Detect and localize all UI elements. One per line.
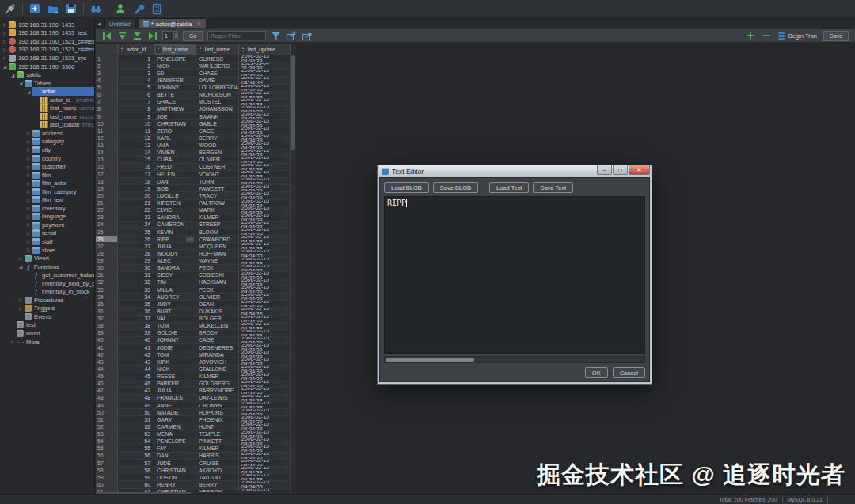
- row-number-cell[interactable]: 48: [96, 395, 118, 402]
- cell-last_name[interactable]: LOLLOBRIGIDA: [196, 85, 239, 92]
- open-folder-icon[interactable]: [47, 2, 59, 15]
- row-number-cell[interactable]: 17: [96, 171, 118, 178]
- row-number-cell[interactable]: 44: [96, 366, 118, 373]
- table-row[interactable]: 5353MENATEMPLE2006-02-15 04:34:33: [96, 431, 291, 438]
- cell-last_update[interactable]: 2006-02-15 04:34:33: [239, 481, 291, 488]
- cell-actor_id[interactable]: 53: [118, 431, 154, 438]
- cell-first_name[interactable]: JUDE: [154, 460, 196, 467]
- cell-last_name[interactable]: GOLDBERG: [196, 381, 239, 388]
- tree-item-body[interactable]: category: [32, 138, 94, 146]
- cell-last_name[interactable]: PECK: [196, 265, 239, 272]
- cell-first_name[interactable]: HELEN: [154, 171, 196, 178]
- expander-closed-icon[interactable]: ▷: [25, 139, 32, 144]
- cell-first_name[interactable]: CHRISTIAN: [154, 120, 196, 127]
- table-row[interactable]: 5656DANHARRIS2006-02-15 04:34:33: [96, 453, 291, 460]
- maximize-button[interactable]: ◻: [613, 165, 628, 175]
- cell-actor_id[interactable]: 41: [118, 344, 154, 351]
- row-number-cell[interactable]: 3: [96, 70, 118, 77]
- cell-first_name[interactable]: DAN: [154, 453, 196, 460]
- tree-item-tables[interactable]: ◢Tables: [0, 79, 94, 88]
- column-header-last-name[interactable]: ▲▼ last_name: [196, 44, 239, 55]
- tree-item-body[interactable]: sakila: [16, 70, 94, 79]
- expander-closed-icon[interactable]: ▷: [25, 198, 32, 203]
- expander-closed-icon[interactable]: ▷: [17, 306, 24, 311]
- cell-first_name[interactable]: MILLA: [154, 286, 196, 294]
- cell-first_name[interactable]: ELVIS: [154, 207, 196, 214]
- cell-actor_id[interactable]: 19: [118, 185, 154, 192]
- row-number-cell[interactable]: 36: [96, 308, 118, 315]
- scrollbar-thumb[interactable]: [291, 55, 295, 150]
- row-number-cell[interactable]: 54: [96, 438, 118, 445]
- cell-first_name[interactable]: FAY: [154, 445, 196, 453]
- cell-last_update[interactable]: 2006-02-15 04:34:33: [239, 467, 291, 474]
- cell-actor_id[interactable]: 25: [118, 229, 154, 236]
- cell-last_name[interactable]: DEAN: [196, 301, 239, 308]
- row-number-cell[interactable]: 29: [96, 258, 118, 265]
- cell-last_update[interactable]: 2006-02-15 04:34:33: [239, 214, 291, 222]
- row-number-cell[interactable]: 53: [96, 431, 118, 438]
- row-number-cell[interactable]: 60: [96, 481, 118, 488]
- cell-last_update[interactable]: 2006-02-15 04:34:33: [239, 207, 291, 214]
- row-number-cell[interactable]: 33: [96, 286, 118, 294]
- cell-last_name[interactable]: BOLGER: [196, 316, 239, 323]
- cell-actor_id[interactable]: 38: [118, 323, 154, 330]
- cell-last_update[interactable]: 2006-02-15 04:34:33: [239, 192, 291, 199]
- table-row[interactable]: 4242TOMMIRANDA2006-02-15 04:34:33: [96, 351, 291, 358]
- cell-actor_id[interactable]: 12: [118, 135, 154, 142]
- tree-item-body[interactable]: Triggers: [24, 305, 94, 313]
- row-number-cell[interactable]: 34: [96, 294, 118, 301]
- tree-item-body[interactable]: city: [32, 146, 94, 154]
- table-row[interactable]: 3838TOMMCKELLEN2006-02-15 04:34:33: [96, 323, 291, 330]
- cell-actor_id[interactable]: 37: [118, 316, 154, 323]
- row-number-cell[interactable]: 37: [96, 316, 118, 323]
- cell-first_name[interactable]: HENRY: [154, 481, 196, 488]
- cell-first_name[interactable]: MATTHEW: [154, 106, 196, 113]
- tree-item-body[interactable]: 192.168.31.190_1521_sys: [8, 54, 94, 63]
- row-number-cell[interactable]: 56: [96, 453, 118, 460]
- cell-first_name[interactable]: SANDRA: [154, 265, 196, 272]
- cell-actor_id[interactable]: 7: [118, 99, 154, 106]
- table-row[interactable]: 3333MILLAPECK2006-02-15 04:34:33: [96, 286, 291, 294]
- row-number-cell[interactable]: 16: [96, 164, 118, 171]
- cell-last_name[interactable]: AKROYD: [196, 467, 239, 474]
- cell-actor_id[interactable]: 3: [118, 70, 154, 77]
- row-number-cell[interactable]: 25: [96, 229, 118, 236]
- tree-item-city[interactable]: ▷city: [0, 146, 94, 154]
- expander-open-icon[interactable]: ◢: [17, 81, 24, 85]
- cell-actor_id[interactable]: 39: [118, 330, 154, 337]
- tree-item-body[interactable]: ƒget_customer_balance: [32, 271, 94, 279]
- cell-actor_id[interactable]: 60: [118, 481, 154, 488]
- row-number-cell[interactable]: 10: [96, 120, 118, 127]
- tree-item-views[interactable]: ▷Views: [0, 254, 94, 263]
- user-icon[interactable]: [114, 2, 127, 15]
- cell-last_update[interactable]: 2006-02-15 04:34:33: [239, 185, 291, 192]
- cell-first_name[interactable]: SISSY: [154, 272, 196, 279]
- table-row[interactable]: 2121KIRSTENPALTROW2006-02-15 04:34:33: [96, 200, 291, 207]
- cell-actor_id[interactable]: 48: [118, 395, 154, 402]
- cell-actor_id[interactable]: 34: [118, 294, 154, 301]
- cell-first_name[interactable]: KARL: [154, 135, 196, 142]
- table-row[interactable]: 3939GOLDIEBRODY2006-02-15 04:34:33: [96, 330, 291, 337]
- cell-actor_id[interactable]: 44: [118, 366, 154, 373]
- cell-actor_id[interactable]: 15: [118, 157, 154, 164]
- cell-last_name[interactable]: BERRY: [196, 135, 239, 142]
- cell-actor_id[interactable]: 46: [118, 381, 154, 388]
- table-row[interactable]: 77GRACEMOSTEL2006-02-15 04:34:33: [96, 99, 291, 106]
- cell-actor_id[interactable]: 9: [118, 113, 154, 120]
- cell-first_name[interactable]: ANNE: [154, 402, 196, 409]
- add-row-icon[interactable]: [746, 31, 755, 40]
- row-number-cell[interactable]: 30: [96, 265, 118, 272]
- cell-first_name[interactable]: SANDRA: [154, 214, 196, 222]
- row-number-cell[interactable]: 8: [96, 106, 118, 113]
- tree-item-body[interactable]: 192.168.31.190_1433: [8, 21, 94, 29]
- table-row[interactable]: 3232TIMHACKMAN2006-02-15 04:34:33: [96, 279, 291, 286]
- new-connection-icon[interactable]: [28, 2, 41, 15]
- row-number-cell[interactable]: 9: [96, 113, 118, 120]
- row-number-cell[interactable]: 5: [96, 85, 118, 92]
- cell-first_name[interactable]: JULIA: [154, 243, 196, 250]
- connection-manager-icon[interactable]: [4, 2, 17, 15]
- cell-first_name[interactable]: PENELOPE: [154, 438, 196, 445]
- cell-actor_id[interactable]: 33: [118, 286, 154, 294]
- expander-closed-icon[interactable]: ▷: [25, 231, 32, 236]
- tree-item-test[interactable]: test: [0, 321, 94, 330]
